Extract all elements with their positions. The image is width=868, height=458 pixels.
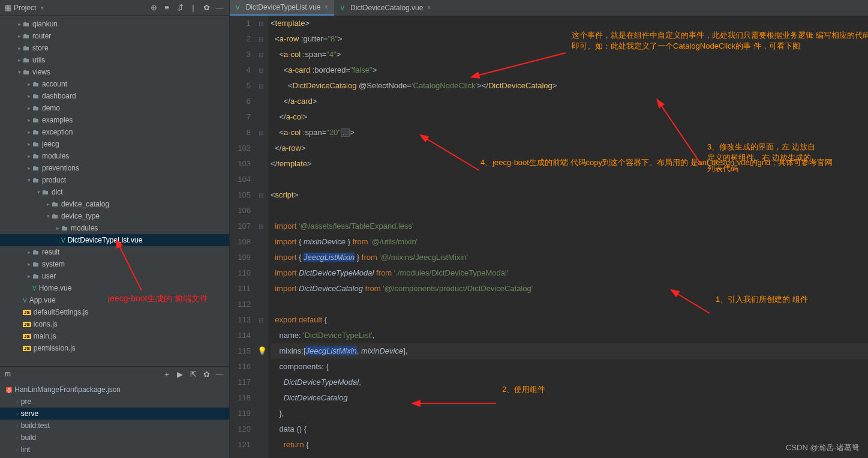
tree-label: icons.js (34, 320, 58, 328)
tree-item[interactable]: JSdefaultSettings.js (0, 306, 229, 318)
tree-label: utils (32, 56, 45, 64)
chevron-icon[interactable]: ▸ (16, 21, 23, 27)
close-icon[interactable]: × (427, 4, 431, 12)
bullet-icon: ○ (16, 423, 19, 429)
tree-item[interactable]: VDictDeviceTypeList.vue (0, 234, 229, 246)
tree-item[interactable]: ▾🖿dict (0, 186, 229, 198)
folder-icon: 🖿 (32, 248, 40, 256)
chevron-icon[interactable]: ▸ (25, 165, 32, 171)
chevron-icon[interactable]: ▸ (25, 141, 32, 147)
tree-item[interactable]: ▸🖿examples (0, 114, 229, 126)
bullet-icon: ○ (16, 435, 19, 441)
npm-script-item[interactable]: ○pre (0, 396, 229, 408)
tree-item[interactable]: JSicons.js (0, 318, 229, 330)
tree-item[interactable]: ▾🖿device_type (0, 210, 229, 222)
chevron-icon[interactable]: ▸ (25, 81, 32, 87)
tree-item[interactable]: ▸🖿store (0, 42, 229, 54)
code-area[interactable]: <template> <a-row :gutter="8"> <a-col :s… (268, 16, 868, 458)
tree-item[interactable]: ▾🖿views (0, 66, 229, 78)
npm-root[interactable]: {}HanLinMangeFront\package.json (0, 384, 229, 396)
chevron-icon[interactable]: ▸ (25, 273, 32, 279)
chevron-icon[interactable]: ▾ (35, 189, 42, 195)
folder-icon: 🖿 (23, 32, 30, 40)
folder-icon: 🖿 (32, 176, 40, 184)
npm-script-item[interactable]: ○serve (0, 408, 229, 420)
folder-icon: 🖿 (32, 272, 40, 280)
tree-item[interactable]: ▸🖿exception (0, 126, 229, 138)
tree-item[interactable]: ▸🖿account (0, 78, 229, 90)
hide-icon[interactable]: — (215, 3, 224, 13)
npm-tree[interactable]: {}HanLinMangeFront\package.json ○pre○ser… (0, 381, 229, 458)
chevron-icon[interactable]: ▸ (25, 93, 32, 99)
show-options-icon[interactable]: ⇵ (175, 3, 185, 13)
chevron-icon[interactable]: ▸ (25, 153, 32, 159)
fold-gutter[interactable]: ⊟⊟⊟⊟⊟⊟⊟⊟⊟💡 (257, 16, 268, 458)
folder-icon: 🖿 (52, 200, 59, 208)
chevron-icon[interactable]: ▸ (44, 201, 52, 207)
project-icon: ▦ (5, 4, 11, 12)
project-panel: ▦ Project ▾ ⊕ ≡ ⇵ | ✿ — ▸🖿qiankun▸🖿route… (0, 0, 230, 458)
tree-item[interactable]: ▸🖿device_catalog (0, 198, 229, 210)
divider-icon: | (188, 3, 198, 13)
tree-item[interactable]: ▸🖿jeecg (0, 138, 229, 150)
folder-icon: 🖿 (52, 212, 59, 220)
npm-label: serve (21, 409, 38, 418)
chevron-icon[interactable]: ▸ (16, 45, 23, 51)
expand-icon[interactable]: ⇱ (188, 369, 198, 379)
editor-tab[interactable]: VDictDeviceTypeList.vue× (230, 0, 334, 16)
chevron-icon[interactable]: ▸ (25, 261, 32, 267)
chevron-icon[interactable]: ▸ (25, 129, 32, 135)
chevron-icon[interactable]: ▸ (25, 249, 32, 255)
folder-icon: 🖿 (32, 128, 40, 136)
tree-item[interactable]: ▸🖿modules (0, 222, 229, 234)
tree-item[interactable]: ▸🖿result (0, 246, 229, 258)
line-gutter: 1234567810210310410510610710810911011111… (230, 16, 257, 458)
tree-item[interactable]: ▸🖿router (0, 30, 229, 42)
tree-label: demo (42, 104, 60, 112)
tree-item[interactable]: ▸🖿demo (0, 102, 229, 114)
tree-label: result (42, 248, 59, 256)
tree-item[interactable]: JSpermission.js (0, 342, 229, 354)
editor-tab[interactable]: VDictDeviceCatalog.vue× (334, 0, 437, 16)
chevron-down-icon[interactable]: ▾ (38, 5, 46, 11)
npm-label: pre (21, 397, 31, 406)
add-icon[interactable]: + (162, 369, 172, 379)
collapse-icon[interactable]: ≡ (162, 3, 172, 13)
tree-label: product (42, 176, 66, 184)
npm-script-item[interactable]: ○build:test (0, 420, 229, 432)
tree-item[interactable]: ▸🖿qiankun (0, 18, 229, 30)
tree-item[interactable]: ▸🖿utils (0, 54, 229, 66)
chevron-icon[interactable]: ▸ (16, 57, 23, 63)
folder-icon: 🖿 (32, 116, 40, 124)
npm-script-item[interactable]: ○build (0, 432, 229, 444)
tab-label: DictDeviceCatalog.vue (350, 4, 423, 12)
chevron-icon[interactable]: ▸ (25, 105, 32, 111)
run-icon[interactable]: ▶ (175, 369, 185, 379)
project-tree[interactable]: ▸🖿qiankun▸🖿router▸🖿store▸🖿utils▾🖿views▸🖿… (0, 16, 229, 366)
hide-icon[interactable]: — (215, 369, 224, 379)
tree-item[interactable]: ▸🖿preventions (0, 162, 229, 174)
npm-script-item[interactable]: ○lint (0, 444, 229, 456)
tree-item[interactable]: ▸🖿system (0, 258, 229, 270)
chevron-icon[interactable]: ▾ (25, 177, 32, 183)
close-icon[interactable]: × (324, 3, 328, 11)
tree-item[interactable]: VHome.vue (0, 282, 229, 294)
target-icon[interactable]: ⊕ (149, 3, 158, 13)
tree-label: device_catalog (61, 200, 109, 208)
gear-icon[interactable]: ✿ (202, 3, 211, 13)
chevron-icon[interactable]: ▾ (44, 213, 52, 219)
code-editor[interactable]: 1234567810210310410510610710810911011111… (230, 16, 868, 458)
folder-icon: 🖿 (32, 80, 40, 88)
tree-item[interactable]: ▾🖿product (0, 174, 229, 186)
chevron-icon[interactable]: ▸ (16, 33, 23, 39)
chevron-icon[interactable]: ▾ (16, 69, 23, 75)
tree-item[interactable]: JSmain.js (0, 330, 229, 342)
chevron-icon[interactable]: ▸ (25, 117, 32, 123)
tree-label: examples (42, 116, 73, 124)
tree-item[interactable]: ▸🖿dashboard (0, 90, 229, 102)
chevron-icon[interactable]: ▸ (54, 225, 61, 231)
gear-icon[interactable]: ✿ (202, 369, 211, 379)
tree-item[interactable]: ▸🖿modules (0, 150, 229, 162)
tree-item[interactable]: VApp.vue (0, 294, 229, 306)
tree-item[interactable]: ▸🖿user (0, 270, 229, 282)
